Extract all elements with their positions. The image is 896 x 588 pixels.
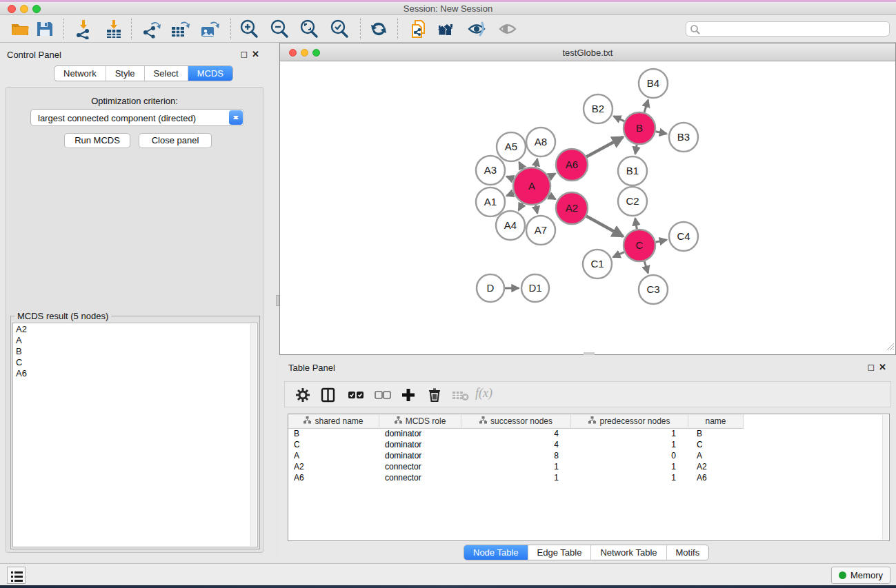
network-canvas[interactable]: B4B2BB3A5A8A6A3B1AA1C2A2A4A7C4CC1C3DD1 <box>280 62 895 354</box>
graph-node-C3[interactable]: C3 <box>639 275 668 304</box>
search-input[interactable] <box>703 23 886 35</box>
graph-node-B[interactable]: B <box>624 112 655 144</box>
graph-node-A8[interactable]: A8 <box>526 128 555 156</box>
graph-node-C1[interactable]: C1 <box>583 250 612 278</box>
tab-mcds[interactable]: MCDS <box>188 66 232 81</box>
delete-column-icon[interactable] <box>427 387 442 403</box>
network-window-title-bar[interactable]: testGlobe.txt <box>280 43 895 61</box>
table-settings-gear-icon[interactable] <box>295 387 310 403</box>
refresh-icon[interactable] <box>368 19 389 39</box>
table-row[interactable]: Bdominator41B <box>288 429 889 440</box>
result-list-item[interactable]: A6 <box>13 367 257 378</box>
clone-network-icon[interactable] <box>408 19 429 39</box>
table-row[interactable]: Cdominator41C <box>288 440 889 451</box>
graph-edge-A-A7[interactable] <box>536 205 537 213</box>
float-panel-icon[interactable]: ◻ <box>240 49 252 59</box>
graph-edge-B-B4[interactable] <box>644 100 648 112</box>
column-header-successor-nodes[interactable]: successor nodes <box>461 414 571 429</box>
graph-node-C4[interactable]: C4 <box>669 222 698 251</box>
table-row[interactable]: A6connector11A6 <box>288 473 889 484</box>
graph-node-C2[interactable]: C2 <box>618 187 647 216</box>
search-field[interactable] <box>686 21 890 37</box>
zoom-selected-icon[interactable] <box>329 19 350 39</box>
graph-edge-A2-C[interactable] <box>586 216 623 236</box>
graph-node-B1[interactable]: B1 <box>618 156 647 185</box>
tab-network-table[interactable]: Network Table <box>590 545 666 560</box>
zoom-fit-icon[interactable] <box>299 19 319 39</box>
result-list-item[interactable]: B <box>13 345 257 356</box>
select-all-rows-icon[interactable] <box>348 387 363 403</box>
task-history-button[interactable] <box>7 567 26 584</box>
graph-edge-B-B3[interactable] <box>656 132 667 134</box>
graph-node-A[interactable]: A <box>513 168 550 205</box>
horizontal-scroll-nub[interactable] <box>584 352 595 355</box>
graph-edge-B-B2[interactable] <box>614 116 625 121</box>
add-column-icon[interactable] <box>401 387 416 403</box>
table-row[interactable]: Adominator80A <box>288 451 889 462</box>
vertical-scroll-nub[interactable] <box>276 295 279 306</box>
function-builder-icon[interactable]: f(x) <box>475 386 492 401</box>
graph-node-A1[interactable]: A1 <box>476 187 505 216</box>
result-list-item[interactable]: A2 <box>13 323 257 334</box>
graph-edge-B-B1[interactable] <box>635 145 637 154</box>
first-neighbors-icon[interactable] <box>437 19 457 39</box>
show-hidden-icon[interactable] <box>497 19 518 39</box>
graph-edge-A-A6[interactable] <box>549 174 555 177</box>
graph-node-A2[interactable]: A2 <box>556 192 588 224</box>
table-scrollbar[interactable] <box>882 415 888 540</box>
graph-edge-C-C1[interactable] <box>613 252 624 257</box>
graph-edge-A-A2[interactable] <box>549 196 556 199</box>
export-table-icon[interactable] <box>170 19 190 39</box>
mcds-result-list[interactable]: A2ABCA6 <box>12 323 258 547</box>
export-image-icon[interactable] <box>199 19 220 39</box>
tab-motifs[interactable]: Motifs <box>666 545 709 560</box>
network-graph[interactable]: B4B2BB3A5A8A6A3B1AA1C2A2A4A7C4CC1C3DD1 <box>280 62 895 355</box>
graph-edge-C-C4[interactable] <box>656 240 667 242</box>
graph-edge-A-A1[interactable] <box>506 193 514 196</box>
tab-network[interactable]: Network <box>54 66 106 81</box>
tab-edge-table[interactable]: Edge Table <box>528 545 591 560</box>
tab-select[interactable]: Select <box>144 66 188 81</box>
memory-button[interactable]: Memory <box>831 567 890 584</box>
graph-node-C[interactable]: C <box>624 230 655 261</box>
open-session-icon[interactable] <box>10 19 30 39</box>
result-list-item[interactable]: C <box>13 356 257 367</box>
graph-edge-A6-B[interactable] <box>586 137 623 157</box>
hide-selected-icon[interactable] <box>466 19 487 39</box>
tab-style[interactable]: Style <box>106 66 144 81</box>
graph-node-A7[interactable]: A7 <box>526 216 555 245</box>
graph-node-A4[interactable]: A4 <box>496 211 525 240</box>
graph-node-B2[interactable]: B2 <box>584 94 613 123</box>
graph-edge-A-A4[interactable] <box>519 203 523 210</box>
save-session-icon[interactable] <box>34 19 55 39</box>
table-row[interactable]: A2connector11A2 <box>288 462 889 473</box>
graph-node-B4[interactable]: B4 <box>639 69 668 98</box>
delete-table-icon[interactable] <box>452 387 467 403</box>
close-table-panel-icon[interactable]: ✕ <box>879 362 890 372</box>
graph-node-D1[interactable]: D1 <box>521 274 549 302</box>
graph-node-D[interactable]: D <box>477 274 504 302</box>
import-table-icon[interactable] <box>103 19 124 39</box>
import-network-icon[interactable] <box>73 19 94 39</box>
zoom-in-icon[interactable] <box>239 19 259 39</box>
close-panel-button[interactable]: Close panel <box>139 133 212 148</box>
column-header-MCDS-role[interactable]: MCDS role <box>379 414 461 429</box>
run-mcds-button[interactable]: Run MCDS <box>64 133 130 148</box>
deselect-all-rows-icon[interactable] <box>375 387 390 403</box>
graph-edge-A-A3[interactable] <box>506 176 514 179</box>
export-network-icon[interactable] <box>141 19 161 39</box>
graph-node-A3[interactable]: A3 <box>476 156 505 185</box>
show-columns-icon[interactable] <box>321 387 336 403</box>
graph-edge-C-C2[interactable] <box>635 219 637 230</box>
tab-node-table[interactable]: Node Table <box>464 545 528 560</box>
graph-edge-A-A5[interactable] <box>519 162 523 169</box>
result-list-item[interactable]: A <box>13 334 257 345</box>
graph-node-A5[interactable]: A5 <box>497 132 526 161</box>
zoom-out-icon[interactable] <box>269 19 290 39</box>
close-panel-icon[interactable]: ✕ <box>252 49 263 59</box>
optimization-criterion-dropdown[interactable]: largest connected component (directed) <box>30 109 244 126</box>
graph-node-A6[interactable]: A6 <box>556 149 588 181</box>
column-header-shared-name[interactable]: shared name <box>288 414 379 429</box>
float-table-panel-icon[interactable]: ◻ <box>867 362 879 372</box>
graph-node-B3[interactable]: B3 <box>669 123 698 152</box>
